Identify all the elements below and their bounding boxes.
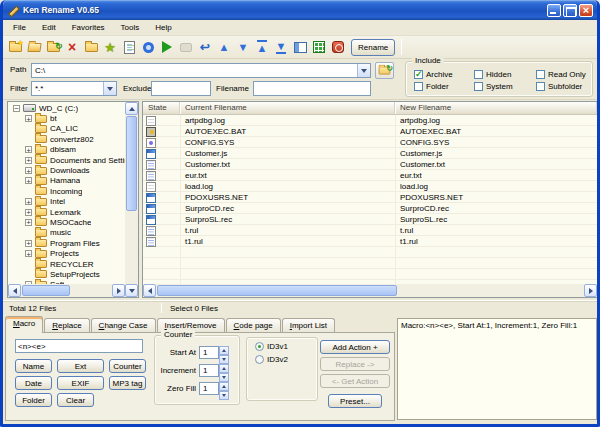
scroll-up-icon[interactable] [125,102,138,115]
name-button[interactable]: Name [15,359,52,373]
tree-item[interactable]: Documents and Settings [8,155,125,165]
grid-icon[interactable] [310,38,328,56]
expand-toggle-icon[interactable] [25,209,32,216]
stop-icon[interactable] [329,38,347,56]
minimize-button[interactable] [547,4,561,17]
tree-item[interactable]: SetupProjects [8,269,125,279]
counter-field-input[interactable]: 1 [199,346,219,359]
counter-button[interactable]: Counter [109,359,146,373]
expand-toggle-icon[interactable] [25,167,32,174]
replace-tab[interactable]: Replace [44,318,89,333]
file-row[interactable]: t.rul t.rul [143,225,597,236]
move-top-icon[interactable]: ▲ [253,38,271,56]
run-icon[interactable] [158,38,176,56]
scroll-left-icon[interactable] [143,284,156,297]
file-row[interactable]: CONFIG.SYS CONFIG.SYS [143,137,597,148]
favorites-menu[interactable]: Favorites [64,21,113,34]
tree-item[interactable]: Incoming [8,186,125,196]
column-header-state[interactable]: State [143,102,180,114]
folder-checkbox[interactable]: Folder [414,82,474,91]
scrollbar-thumb[interactable] [157,285,397,296]
spin-up-icon[interactable] [219,346,229,355]
file-row[interactable]: SurproSL.rec SurproSL.rec [143,214,597,225]
tree-horizontal-scrollbar[interactable] [8,284,125,297]
tree-item[interactable]: CA_LIC [8,124,125,134]
counter-field-input[interactable]: 1 [199,364,219,377]
refresh-path-button[interactable] [375,62,394,79]
add-action-button[interactable]: Add Action + [320,340,390,354]
filter-combobox[interactable]: *.* [31,81,117,96]
file-row[interactable]: AUTOEXEC.BAT AUTOEXEC.BAT [143,126,597,137]
file-row[interactable]: PDOXUSRS.NET PDOXUSRS.NET [143,192,597,203]
expand-toggle-icon[interactable] [25,219,32,226]
tree-item[interactable]: bt [8,113,125,123]
macro-tab[interactable]: Macro [5,316,43,333]
refresh-folder-icon[interactable] [44,38,62,56]
edit-menu[interactable]: Edit [34,21,64,34]
subfolder-checkbox[interactable]: Subfolder [536,82,600,91]
filename-input[interactable] [253,81,371,96]
expand-toggle-icon[interactable] [25,115,32,122]
exif-button[interactable]: EXIF [57,376,104,390]
file-row[interactable]: eur.txt eur.txt [143,170,597,181]
file-row[interactable]: Customer.js Customer.js [143,148,597,159]
tree-vertical-scrollbar[interactable] [125,102,138,297]
column-header-new-filename[interactable]: New Filename [395,102,597,114]
archive-checkbox[interactable]: Archive [414,70,474,79]
read-only-checkbox[interactable]: Read Only [536,70,600,79]
favorites-icon[interactable]: ★ [101,38,119,56]
expand-toggle-icon[interactable] [25,146,32,153]
new-folder-icon[interactable] [6,38,24,56]
date-button[interactable]: Date [15,376,52,390]
undo-icon[interactable]: ↩ [196,38,214,56]
open-folder-icon[interactable] [25,38,43,56]
tree-item[interactable]: Program Files [8,238,125,248]
counter-field-input[interactable]: 1 [199,382,219,395]
ext-button[interactable]: Ext [57,359,104,373]
file-row[interactable]: t1.rul t1.rul [143,236,597,247]
tree-item[interactable]: RECYCLER [8,259,125,269]
scroll-right-icon[interactable] [112,284,125,297]
tree-item[interactable]: music [8,228,125,238]
filter-dropdown-arrow[interactable] [103,82,116,95]
hidden-checkbox[interactable]: Hidden [474,70,536,79]
move-up-icon[interactable]: ▲ [215,38,233,56]
file-row[interactable]: load.log load.log [143,181,597,192]
report-icon[interactable] [120,38,138,56]
scroll-left-icon[interactable] [8,284,21,297]
preset-button[interactable]: Preset... [328,394,382,408]
delete-icon[interactable]: × [63,38,81,56]
expand-toggle-icon[interactable] [25,250,32,257]
help-menu[interactable]: Help [147,21,179,34]
code-page-tab[interactable]: Code page [226,318,281,333]
spin-down-icon[interactable] [219,391,229,400]
macro-input[interactable] [15,339,143,353]
id3v2-radio[interactable]: ID3v2 [255,355,317,364]
tree-item[interactable]: Downloads [8,165,125,175]
inactive-tool-icon[interactable] [177,38,195,56]
change-case-tab[interactable]: Change Case [91,318,156,333]
tree-root-item[interactable]: WD_C (C:) [8,103,125,113]
exclude-input[interactable] [151,81,211,96]
mp3-tag-button[interactable]: MP3 tag [109,376,146,390]
clear-button[interactable]: Clear [57,393,94,407]
collapse-toggle-icon[interactable] [13,105,20,112]
expand-toggle-icon[interactable] [25,157,32,164]
tree-item[interactable]: Lexmark [8,207,125,217]
list-horizontal-scrollbar[interactable] [143,284,597,297]
scrollbar-thumb[interactable] [126,116,137,211]
tools-menu[interactable]: Tools [113,21,148,34]
import-list-tab[interactable]: Import List [282,318,335,333]
spin-up-icon[interactable] [219,382,229,391]
tree-item[interactable]: Intel [8,197,125,207]
panel-view-icon[interactable] [291,38,309,56]
rename-button[interactable]: Rename [351,39,395,56]
record-icon[interactable] [139,38,157,56]
tree-item[interactable]: dbisam [8,145,125,155]
scroll-right-icon[interactable] [584,284,597,297]
folder-icon[interactable] [82,38,100,56]
tree-item[interactable]: MSOCache [8,217,125,227]
get-action-button[interactable]: <- Get Action [320,374,390,388]
system-checkbox[interactable]: System [474,82,536,91]
file-row[interactable]: artpdbg.log artpdbg.log [143,115,597,126]
